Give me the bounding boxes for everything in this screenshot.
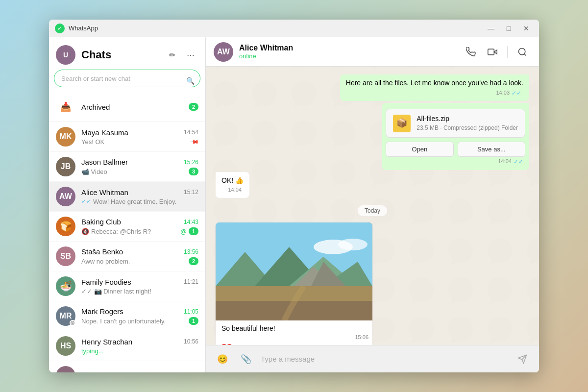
message-text: Here are all the files. Let me know once… bbox=[346, 79, 523, 87]
chat-item-alice[interactable]: AW Alice Whitman 15:12 ✓✓ Wow! Have grea… bbox=[49, 182, 205, 212]
archived-row[interactable]: 📥 Archived 2 bbox=[49, 92, 205, 122]
video-call-button[interactable] bbox=[484, 43, 501, 61]
chat-item[interactable]: MK Maya Kasuma 14:54 Yes! OK 📌 bbox=[49, 122, 205, 152]
chat-avatar: 🍜 bbox=[56, 276, 75, 296]
search-chat-button[interactable] bbox=[514, 43, 531, 61]
chat-name-row: Henry Strachan 10:56 bbox=[81, 338, 198, 346]
main-content: U Chats ✏ ⋯ 🔍 📥 Archived 2 bbox=[49, 37, 539, 372]
message-received: OK! 👍 14:04 bbox=[216, 172, 249, 198]
photo-message: So beautiful here! 15:06 ❤️ bbox=[216, 222, 372, 345]
pin-icon: 📌 bbox=[190, 137, 200, 147]
chat-name: Mark Rogers bbox=[81, 307, 123, 316]
maximize-button[interactable]: □ bbox=[502, 22, 515, 35]
send-button[interactable] bbox=[514, 350, 531, 368]
chat-avatar-wrapper: 🍜 bbox=[56, 276, 75, 296]
chat-preview-typing: typing... bbox=[81, 347, 198, 355]
search-input[interactable] bbox=[54, 70, 200, 87]
chat-preview: ✓✓ 📷 Dinner last night! bbox=[81, 288, 198, 295]
mute-icon: 🔇 bbox=[81, 228, 89, 235]
chat-item[interactable]: DJ Dawn Jones 8:32 bbox=[49, 361, 205, 372]
emoji-button[interactable]: 😊 bbox=[214, 350, 231, 368]
unread-badge: 1 bbox=[189, 227, 198, 235]
message-input[interactable] bbox=[261, 355, 508, 363]
chat-info: Staša Benko 13:56 Aww no problem. 2 bbox=[81, 247, 198, 265]
chat-info: Mark Rogers 11:05 Nope. I can't go unfor… bbox=[81, 307, 198, 325]
title-bar-left: ✓ WhatsApp bbox=[55, 24, 484, 33]
unread-badge: 1 bbox=[189, 317, 198, 325]
date-divider: Today bbox=[216, 206, 529, 215]
chat-preview: Aww no problem. bbox=[81, 258, 189, 265]
chat-avatar: DJ bbox=[56, 366, 75, 372]
message-meta: 14:03 ✓✓ bbox=[346, 89, 523, 98]
whatsapp-logo-icon: ✓ bbox=[55, 24, 65, 33]
chat-preview-row: ✓✓ 📷 Dinner last night! bbox=[81, 288, 198, 295]
chat-preview: Nope. I can't go unfortunately. bbox=[81, 318, 189, 325]
chat-name: Baking Club bbox=[81, 218, 121, 226]
chat-preview-row: typing... bbox=[81, 347, 198, 355]
sidebar-header: U Chats ✏ ⋯ bbox=[49, 37, 205, 70]
chat-item[interactable]: JB Jason Ballmer 15:26 📹 Video 3 bbox=[49, 152, 205, 182]
chat-name-row: Staša Benko 13:56 bbox=[81, 247, 198, 256]
voice-call-button[interactable] bbox=[462, 43, 480, 61]
chat-info: Family Foodies 11:21 ✓✓ 📷 Dinner last ni… bbox=[81, 278, 198, 295]
messages-area: Here are all the files. Let me know once… bbox=[206, 67, 539, 345]
chat-time: 11:21 bbox=[184, 278, 198, 285]
chat-time: 15:12 bbox=[184, 189, 198, 196]
chat-time: 11:05 bbox=[184, 308, 198, 315]
archive-icon: 📥 bbox=[56, 97, 75, 117]
chat-header-actions bbox=[462, 43, 531, 61]
photo-caption: So beautiful here! bbox=[216, 320, 372, 334]
chat-preview-row: Nope. I can't go unfortunately. 1 bbox=[81, 317, 198, 325]
contact-avatar[interactable]: AW bbox=[214, 42, 233, 62]
chat-name-row: Baking Club 14:43 bbox=[81, 218, 198, 226]
file-icon: 📦 bbox=[393, 115, 411, 132]
date-label: Today bbox=[358, 205, 387, 216]
chats-heading: Chats bbox=[81, 49, 158, 61]
chat-info: Henry Strachan 10:56 typing... bbox=[81, 338, 198, 355]
chat-name-row: Family Foodies 11:21 bbox=[81, 278, 198, 286]
chat-name: Alice Whitman bbox=[81, 188, 128, 196]
open-file-button[interactable]: Open bbox=[386, 142, 453, 157]
attach-button[interactable]: 📎 bbox=[237, 350, 255, 368]
chat-time: 14:43 bbox=[184, 219, 198, 225]
chat-item[interactable]: 🍞 Baking Club 14:43 🔇 Rebecca: @Chris R?… bbox=[49, 212, 205, 242]
chat-name: Henry Strachan bbox=[81, 338, 132, 346]
message-bubble: Here are all the files. Let me know once… bbox=[340, 74, 529, 101]
read-receipt-icon: ✓✓ bbox=[81, 198, 91, 205]
file-message-bubble: 📦 All-files.zip 23.5 MB · Compressed (zi… bbox=[382, 103, 529, 170]
file-name: All-files.zip bbox=[416, 114, 518, 124]
save-as-button[interactable]: Save as... bbox=[458, 142, 525, 157]
chat-name-row: Maya Kasuma 14:54 bbox=[81, 128, 198, 137]
message-sent: Here are all the files. Let me know once… bbox=[340, 74, 529, 101]
search-icon: 🔍 bbox=[186, 77, 195, 85]
svg-rect-12 bbox=[216, 286, 372, 301]
sidebar: U Chats ✏ ⋯ 🔍 📥 Archived 2 bbox=[49, 37, 206, 372]
chat-avatar-wrapper: DJ bbox=[56, 366, 75, 372]
more-options-button[interactable]: ⋯ bbox=[183, 47, 198, 63]
file-attachment: 📦 All-files.zip 23.5 MB · Compressed (zi… bbox=[386, 109, 525, 137]
chat-item[interactable]: SB Staša Benko 13:56 Aww no problem. 2 bbox=[49, 242, 205, 271]
chat-info: Dawn Jones 8:32 bbox=[81, 371, 198, 372]
svg-point-2 bbox=[519, 48, 525, 54]
chat-item[interactable]: 🍜 Family Foodies 11:21 ✓✓ 📷 Dinner last … bbox=[49, 271, 205, 301]
chat-avatar-wrapper: AW bbox=[56, 187, 75, 206]
chat-avatar: JB bbox=[56, 157, 75, 176]
chat-time: 8:32 bbox=[187, 372, 198, 373]
chat-item[interactable]: HS Henry Strachan 10:56 typing... bbox=[49, 331, 205, 361]
chat-list: 📥 Archived 2 MK Maya Kasuma 14:54 bbox=[49, 92, 205, 372]
divider bbox=[507, 46, 508, 58]
chat-item[interactable]: MR ⏱ Mark Rogers 11:05 Nope. I can't go … bbox=[49, 301, 205, 331]
message-time: 14:03 bbox=[496, 89, 510, 97]
chat-preview-row: Aww no problem. 2 bbox=[81, 257, 198, 265]
close-button[interactable]: ✕ bbox=[519, 22, 533, 35]
read-receipt-icon: ✓✓ bbox=[512, 89, 521, 98]
user-avatar-wrapper: U bbox=[56, 45, 75, 65]
chat-info: Baking Club 14:43 🔇 Rebecca: @Chris R? @… bbox=[81, 218, 198, 235]
chat-name: Family Foodies bbox=[81, 278, 131, 286]
minimize-button[interactable]: — bbox=[484, 22, 498, 35]
title-bar: ✓ WhatsApp — □ ✕ bbox=[49, 20, 539, 37]
chat-time: 15:26 bbox=[184, 159, 198, 166]
chat-preview: 📹 Video bbox=[81, 168, 189, 175]
new-chat-button[interactable]: ✏ bbox=[164, 47, 180, 63]
user-avatar[interactable]: U bbox=[56, 45, 75, 65]
